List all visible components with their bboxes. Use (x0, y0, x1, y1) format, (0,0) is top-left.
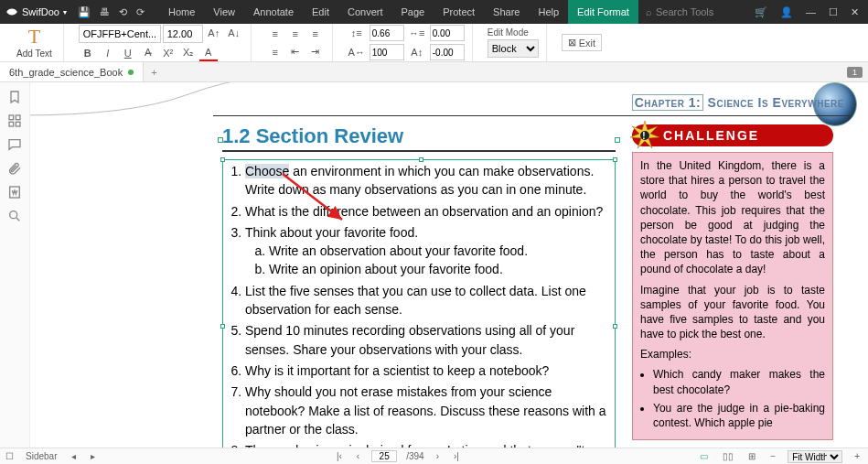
char-spacing-input[interactable] (430, 25, 465, 41)
challenge-body[interactable]: In the United Kingdom, there is a store … (632, 152, 833, 440)
challenge-banner: ! CHALLENGE (632, 124, 833, 146)
menu-help[interactable]: Help (529, 0, 568, 24)
prev-page-icon[interactable]: ‹ (354, 451, 362, 461)
underline-button[interactable]: U (119, 45, 137, 61)
save-icon[interactable]: 💾 (78, 6, 91, 18)
modified-indicator-icon (128, 70, 134, 75)
page-input[interactable] (371, 450, 397, 462)
document-area[interactable]: Chapter 1: Science Is Everywhere 1.2 Sec… (29, 82, 868, 448)
baseline-input[interactable] (430, 44, 465, 60)
scale-icon: A↔ (348, 44, 366, 60)
edit-mode-select[interactable]: Block (488, 39, 539, 58)
view-single-icon[interactable]: ▭ (697, 451, 711, 461)
quick-access: 💾 🖶 ⟲ ⟳ (72, 6, 150, 18)
user-icon[interactable]: 👤 (780, 6, 793, 18)
redo-icon[interactable]: ⟳ (136, 6, 145, 18)
text-icon: T (28, 27, 40, 47)
selected-text-block[interactable]: Choose an environment in which you can m… (222, 159, 616, 448)
minimize-icon[interactable]: — (806, 6, 816, 17)
challenge-bullet: Which candy maker makes the best chocola… (653, 367, 825, 396)
list-item[interactable]: Why should you not erase mistakes from y… (245, 383, 611, 438)
undo-icon[interactable]: ⟲ (119, 6, 127, 18)
view-continuous-icon[interactable]: ▯▯ (720, 451, 736, 461)
section-title[interactable]: 1.2 Section Review (222, 124, 616, 152)
menu-view[interactable]: View (204, 0, 244, 24)
list-item[interactable]: Write an opinion about your favorite foo… (269, 260, 611, 278)
subscript-button[interactable]: X₂ (179, 45, 198, 61)
exit-button[interactable]: ⊠ Exit (562, 34, 602, 51)
list-item[interactable]: List the five senses that you can use to… (245, 282, 611, 319)
menu-edit[interactable]: Edit (303, 0, 338, 24)
superscript-button[interactable]: X² (159, 45, 177, 61)
next-page-icon[interactable]: › (434, 451, 442, 461)
bold-button[interactable]: B (79, 45, 97, 61)
sidebar-label[interactable]: Sidebar (23, 451, 59, 461)
zoom-select[interactable]: Fit Width (788, 450, 842, 463)
page-total: /394 (406, 451, 423, 461)
grow-font-icon[interactable]: A↑ (205, 25, 223, 41)
baseline-icon: A↕ (408, 44, 426, 60)
char-spacing-icon: ↔≡ (408, 25, 426, 41)
prev-icon[interactable]: ◂ (69, 451, 79, 461)
print-icon[interactable]: 🖶 (100, 6, 110, 17)
align-justify-icon[interactable]: ≡ (266, 44, 284, 60)
list-item[interactable]: Choose an environment in which you can m… (245, 162, 611, 200)
first-page-icon[interactable]: |‹ (334, 451, 345, 461)
next-icon[interactable]: ▸ (88, 451, 98, 461)
bookmark-icon[interactable] (7, 90, 22, 104)
search-tools[interactable]: ⌕ Search Tools (638, 6, 721, 17)
list-item[interactable]: Write an observation about your favorite… (269, 242, 611, 260)
selected-word[interactable]: Choose (245, 164, 289, 178)
list-item[interactable]: Spend 10 minutes recording observations … (245, 321, 611, 359)
zoom-in-icon[interactable]: + (852, 451, 863, 461)
last-page-icon[interactable]: ›| (451, 451, 462, 461)
align-right-icon[interactable]: ≡ (306, 26, 325, 42)
font-color-button[interactable]: A (199, 45, 218, 61)
menu-convert[interactable]: Convert (338, 0, 392, 24)
line-height-input[interactable] (370, 25, 404, 41)
sidebar-toggle-icon[interactable]: ☐ (5, 451, 14, 461)
challenge-p2: Imagine that your job is to taste sample… (640, 283, 825, 342)
tab-document[interactable]: 6th_grade_science_Book (0, 62, 144, 81)
menu-share[interactable]: Share (484, 0, 529, 24)
close-icon[interactable]: ✕ (851, 6, 859, 18)
scale-input[interactable] (370, 44, 404, 60)
burst-icon: ! (630, 121, 659, 150)
menu-page[interactable]: Page (392, 0, 434, 24)
view-facing-icon[interactable]: ⊞ (745, 451, 758, 461)
font-select[interactable] (79, 25, 161, 43)
indent-increase-icon[interactable]: ⇥ (306, 44, 325, 60)
add-text-button[interactable]: T Add Text (13, 27, 56, 59)
list-item[interactable]: The word science is derived from a Latin… (245, 441, 611, 448)
add-tab-button[interactable]: + (144, 67, 164, 78)
menu-home[interactable]: Home (159, 0, 204, 24)
svg-point-5 (10, 211, 17, 219)
size-select[interactable] (163, 25, 203, 43)
attachment-icon[interactable] (7, 161, 22, 176)
app-logo: SwifDoo ▾ (0, 5, 72, 18)
zoom-out-icon[interactable]: − (767, 451, 778, 461)
align-center-icon[interactable]: ≡ (286, 26, 305, 42)
indent-decrease-icon[interactable]: ⇤ (286, 44, 305, 60)
app-name: SwifDoo (22, 6, 59, 17)
strike-button[interactable]: A̶ (139, 45, 157, 61)
list-item[interactable]: Why is it important for a scientist to k… (245, 361, 611, 380)
search-panel-icon[interactable] (7, 209, 22, 223)
main-menu: Home View Annotate Edit Convert Page Pro… (159, 0, 638, 24)
shrink-font-icon[interactable]: A↓ (225, 25, 243, 41)
window-controls: 🛒 👤 — ☐ ✕ (745, 6, 868, 18)
italic-button[interactable]: I (99, 45, 117, 61)
page-badge: 1 (847, 67, 863, 78)
cart-icon[interactable]: 🛒 (755, 6, 767, 18)
comment-icon[interactable] (7, 137, 22, 152)
page-header: Chapter 1: Science Is Everywhere (213, 88, 852, 117)
menu-annotate[interactable]: Annotate (244, 0, 303, 24)
list-item[interactable]: What is the difference between an observ… (245, 202, 611, 221)
word-export-icon[interactable] (7, 185, 22, 200)
thumbnails-icon[interactable] (7, 113, 22, 128)
list-item[interactable]: Think about your favorite food. Write an… (245, 223, 611, 279)
align-left-icon[interactable]: ≡ (266, 26, 284, 42)
menu-protect[interactable]: Protect (434, 0, 484, 24)
menu-edit-format[interactable]: Edit Format (568, 0, 638, 24)
maximize-icon[interactable]: ☐ (829, 6, 838, 18)
